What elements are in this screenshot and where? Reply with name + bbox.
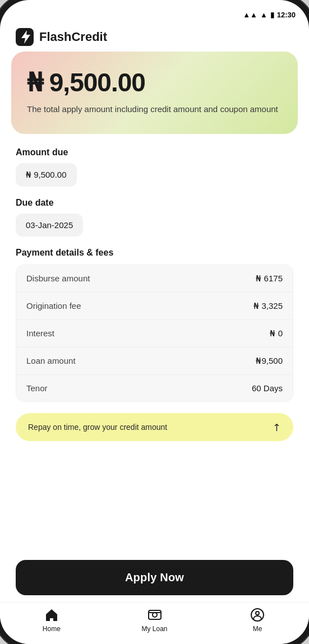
hero-description: The total apply amount including credit … — [27, 103, 282, 116]
nav-me[interactable]: Me — [206, 607, 309, 633]
detail-value-2: ₦ 0 — [270, 328, 283, 339]
phone-frame: ▲▲ ▲ ▮ 12:30 FlashCredit ₦ 9,500.00 The … — [0, 0, 309, 644]
promo-text: Repay on time, grow your credit amount — [28, 423, 167, 432]
app-name-label: FlashCredit — [39, 30, 107, 44]
detail-label-1: Origination fee — [26, 301, 81, 311]
detail-label-2: Interest — [26, 328, 54, 338]
bottom-nav: Home My Loan Me — [0, 602, 309, 644]
nav-my-loan[interactable]: My Loan — [103, 607, 206, 633]
battery-icon: ▮ — [270, 11, 274, 19]
svg-point-5 — [256, 611, 259, 615]
promo-arrow-icon: ↗ — [269, 419, 284, 434]
apply-button-wrap: Apply Now — [0, 551, 309, 602]
table-row: Origination fee ₦ 3,325 — [16, 293, 293, 320]
home-icon — [44, 607, 59, 623]
status-icons: ▲▲ ▲ ▮ 12:30 — [243, 11, 296, 19]
promo-banner[interactable]: Repay on time, grow your credit amount ↗ — [16, 413, 293, 441]
nav-my-loan-label: My Loan — [141, 625, 167, 633]
flash-logo-icon — [16, 28, 34, 46]
hero-card: ₦ 9,500.00 The total apply amount includ… — [11, 52, 298, 134]
nav-home-label: Home — [43, 625, 61, 633]
table-row: Loan amount ₦9,500 — [16, 348, 293, 375]
app-header: FlashCredit — [0, 22, 309, 52]
nav-home[interactable]: Home — [0, 607, 103, 633]
payment-details-label: Payment details & fees — [16, 248, 293, 258]
due-date-value: 03-Jan-2025 — [16, 214, 83, 237]
nav-me-label: Me — [253, 625, 262, 633]
due-date-label: Due date — [16, 198, 293, 208]
amount-due-label: Amount due — [16, 147, 293, 157]
main-content: Amount due ₦ 9,500.00 Due date 03-Jan-20… — [0, 134, 309, 552]
detail-label-4: Tenor — [26, 383, 48, 393]
time-label: 12:30 — [277, 11, 296, 19]
status-bar: ▲▲ ▲ ▮ 12:30 — [0, 0, 309, 22]
svg-point-2 — [153, 613, 157, 617]
detail-value-0: ₦ 6175 — [256, 274, 283, 284]
table-row: Tenor 60 Days — [16, 375, 293, 401]
detail-value-3: ₦9,500 — [256, 356, 283, 366]
me-icon — [250, 607, 265, 623]
svg-rect-1 — [149, 610, 161, 619]
table-row: Disburse amount ₦ 6175 — [16, 265, 293, 293]
hero-amount: ₦ 9,500.00 — [27, 67, 282, 98]
detail-label-0: Disburse amount — [26, 274, 90, 283]
detail-label-3: Loan amount — [26, 356, 76, 365]
apply-now-button[interactable]: Apply Now — [16, 560, 293, 595]
wifi-icon: ▲ — [260, 11, 268, 19]
payment-details-table: Disburse amount ₦ 6175 Origination fee ₦… — [16, 265, 293, 402]
detail-value-1: ₦ 3,325 — [253, 301, 283, 311]
signal-icon: ▲▲ — [243, 11, 257, 19]
loan-icon — [147, 607, 163, 623]
detail-value-4: 60 Days — [252, 383, 283, 393]
amount-due-value: ₦ 9,500.00 — [16, 163, 77, 187]
table-row: Interest ₦ 0 — [16, 320, 293, 348]
